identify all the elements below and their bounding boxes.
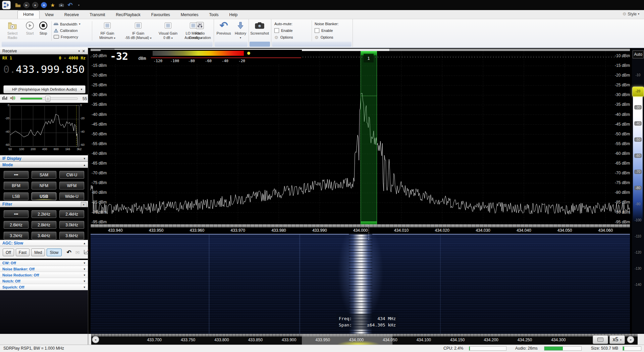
calibration-icon xyxy=(54,29,58,33)
collapsed-section-header[interactable]: Noise Blanker: Off▾ xyxy=(0,266,88,272)
mode-button[interactable]: Wide-U xyxy=(59,192,84,200)
stop-icon[interactable]: ■ xyxy=(32,2,39,8)
visual-gain-button[interactable]: Visual Gain 0 dB ▾ xyxy=(156,20,180,40)
collapsed-section-header[interactable]: CW: Off▾ xyxy=(0,260,88,266)
filter-button[interactable]: 2.6kHz xyxy=(4,221,29,229)
filter-button[interactable]: 2.2kHz xyxy=(32,210,56,218)
recenter-left-button[interactable]: « xyxy=(92,336,99,343)
if-display-header[interactable]: IF Display▾ xyxy=(0,155,88,162)
volume-slider[interactable] xyxy=(20,97,78,100)
auto-mute-options-button[interactable]: ⚙Options xyxy=(274,34,311,41)
rx-frequency-display[interactable]: RX 1 0 - 4000 Hz 0.433.999.850 xyxy=(0,54,88,84)
open-folder-icon[interactable] xyxy=(14,2,21,8)
keyboard-entry-button[interactable] xyxy=(593,335,608,344)
history-button[interactable]: History ▾ xyxy=(233,20,248,40)
camera-icon[interactable] xyxy=(58,2,65,8)
quickbar-dropdown-icon[interactable]: ▾ xyxy=(75,2,82,8)
favourite-star-icon[interactable]: ★ xyxy=(49,2,56,8)
style-menu[interactable]: ⚙ Style ▾ xyxy=(623,11,639,16)
mode-button[interactable]: BFM xyxy=(4,182,29,189)
agc-option-button[interactable]: Slow xyxy=(47,249,61,256)
rx-band-marker[interactable]: 1 xyxy=(361,51,377,224)
recenter-right-button[interactable]: » xyxy=(627,336,634,343)
audio-device-select[interactable]: HP (Périphérique High Definition Audio) … xyxy=(3,85,86,93)
agc-graph-icon[interactable] xyxy=(84,250,89,256)
play-icon[interactable]: ▶ xyxy=(23,2,30,8)
audio-chart-y-label-right: -20 xyxy=(80,117,88,120)
auto-range-button[interactable]: Auto xyxy=(633,50,644,58)
mode-header[interactable]: Mode▴ xyxy=(0,162,88,168)
tuned-frequency-value[interactable]: 0.433.999.850 xyxy=(0,63,88,75)
cpu-usage-text: CPU: 2.4% xyxy=(443,346,463,351)
screenshot-button[interactable]: Screenshot xyxy=(249,20,270,36)
collapsed-section-header[interactable]: Squelch: Off▾ xyxy=(0,284,88,290)
noise-blanker-enable-checkbox[interactable]: Enable xyxy=(315,27,352,34)
noise-blanker-options-button[interactable]: ⚙Options xyxy=(315,34,352,41)
auto-mute-enable-checkbox[interactable]: Enable xyxy=(274,27,311,34)
stop-label: Stop xyxy=(40,31,47,36)
rx-band-marker-label: 1 xyxy=(364,54,374,62)
agc-header[interactable]: AGC: Slow▴ xyxy=(0,240,88,246)
filter-button[interactable]: 2.8kHz xyxy=(32,221,56,229)
band-frequency-bar[interactable]: 433.700433.750433.800433.850433.900433.9… xyxy=(91,334,638,345)
filter-button[interactable]: ••• xyxy=(4,210,29,218)
mode-button[interactable]: USB xyxy=(32,192,56,200)
bandwidth-button[interactable]: Bandwidth▾ xyxy=(54,21,91,27)
mode-button[interactable]: LSB xyxy=(4,192,29,200)
add-icon[interactable]: + xyxy=(41,2,47,8)
filter-button[interactable]: 3.4kHz xyxy=(32,232,56,239)
select-radio-button[interactable]: Select Radio xyxy=(3,20,21,40)
history-icon xyxy=(237,20,244,31)
start-button[interactable]: Start xyxy=(23,20,37,36)
filter-button[interactable]: 3.2kHz xyxy=(4,232,29,239)
mode-button[interactable]: SAM xyxy=(32,171,56,179)
audio-bandwidth-range: 0 - 4000 Hz xyxy=(59,56,86,60)
frequency-button[interactable]: Frequency xyxy=(54,34,91,40)
ribbon-tab[interactable]: Help xyxy=(224,11,243,19)
if-gain-button[interactable]: IF Gain -55 dB (Manual) ▾ xyxy=(121,20,155,40)
ribbon-tab[interactable]: Favourites xyxy=(146,11,175,19)
equalizer-icon[interactable] xyxy=(2,95,7,102)
ribbon-tab[interactable]: View xyxy=(40,11,59,19)
panel-collapse-icon[interactable]: ▾ xyxy=(78,48,80,54)
zoom-factor-button[interactable]: x5▸ xyxy=(609,335,625,344)
ribbon-tab[interactable]: Transmit xyxy=(84,11,110,19)
agc-undo-icon[interactable]: ↶ xyxy=(67,249,71,256)
mode-button[interactable]: ••• xyxy=(4,171,29,179)
ribbon-tab[interactable]: Tools xyxy=(204,11,224,19)
mode-button[interactable]: NFM xyxy=(32,182,56,189)
stop-button[interactable]: Stop xyxy=(36,20,50,36)
speaker-icon[interactable] xyxy=(10,95,16,102)
undo-icon[interactable]: ↶ xyxy=(67,2,73,8)
previous-button[interactable]: ↶ Previous xyxy=(214,20,233,36)
ribbon-tab[interactable]: Rec/Playback xyxy=(110,11,146,19)
filter-button[interactable]: 3.6kHz xyxy=(59,232,84,239)
audio-chart-y-label-right: -40 xyxy=(80,130,88,133)
panel-close-icon[interactable]: ✕ xyxy=(82,48,85,54)
filter-header[interactable]: Filter ▲ xyxy=(0,201,88,207)
agc-envelope-icon[interactable]: ✉ xyxy=(75,250,80,256)
chevron-down-icon: ▾ xyxy=(240,36,241,40)
volume-slider-handle[interactable] xyxy=(45,96,50,102)
radio-configuration-button[interactable]: Radio Configuration xyxy=(186,20,214,40)
waterfall-faint-signal xyxy=(299,234,300,334)
agc-option-button[interactable]: Med xyxy=(31,249,45,256)
rf-gain-button[interactable]: RF Gain Minimum ▾ xyxy=(95,20,120,40)
agc-option-button[interactable]: Off xyxy=(3,249,14,256)
ribbon-tab[interactable]: Memories xyxy=(175,11,204,19)
palette-scale-label: -30 xyxy=(632,99,644,115)
filter-button[interactable]: 3.0kHz xyxy=(59,221,84,229)
mode-button[interactable]: CW-U xyxy=(59,171,84,179)
receive-panel-header[interactable]: Receive ▾ ✕ xyxy=(0,48,88,54)
collapsed-section-header[interactable]: Noise Reduction: Off▾ xyxy=(0,272,88,278)
ribbon-tab[interactable]: Receive xyxy=(59,11,84,19)
collapsed-sections: CW: Off▾ Noise Blanker: Off▾ Noise Reduc… xyxy=(0,260,88,290)
spectrum-plot[interactable] xyxy=(91,51,630,224)
mode-button[interactable]: WFM xyxy=(59,182,84,189)
ribbon-tab[interactable]: Home xyxy=(17,10,40,19)
scroll-up-button[interactable]: ▲ xyxy=(81,202,87,207)
collapsed-section-header[interactable]: Notch: Off▾ xyxy=(0,278,88,284)
filter-button[interactable]: 2.4kHz xyxy=(59,210,84,218)
agc-option-button[interactable]: Fast xyxy=(16,249,30,256)
calibration-button[interactable]: Calibration xyxy=(54,27,91,34)
